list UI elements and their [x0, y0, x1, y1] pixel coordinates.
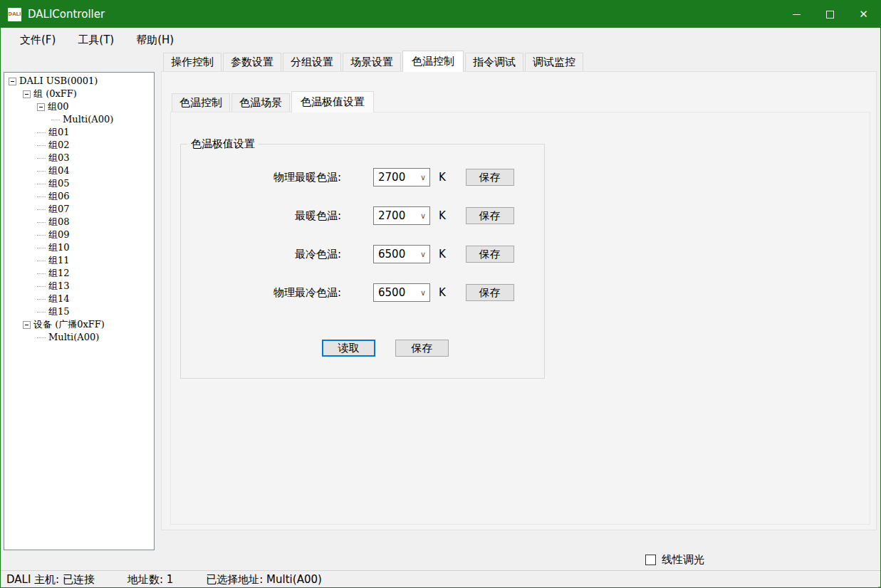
sub-tab-2[interactable]: 色温极值设置 [291, 91, 374, 112]
chevron-down-icon[interactable]: ∨ [417, 173, 429, 182]
main-tab-6[interactable]: 调试监控 [525, 53, 583, 72]
ct-row-1: 最暖色温:2700∨K保存 [181, 206, 514, 225]
app-icon: DALI [8, 8, 21, 21]
unit-label: K [439, 171, 446, 184]
main-tab-2[interactable]: 分组设置 [283, 53, 341, 72]
ct-value-combobox[interactable]: 6500∨ [373, 245, 430, 263]
sub-tab-0[interactable]: 色温控制 [172, 93, 230, 112]
row-save-button[interactable]: 保存 [466, 169, 514, 186]
tree-item-10[interactable]: 组07 [4, 203, 154, 216]
tree-item-17[interactable]: 组14 [4, 293, 154, 305]
unit-label: K [439, 286, 446, 299]
status-host-connection: DALI 主机: 已连接 [6, 573, 95, 587]
tree-item-11[interactable]: 组08 [4, 216, 154, 229]
main-tab-4[interactable]: 色温控制 [402, 51, 464, 72]
collapse-minus-icon[interactable] [37, 103, 45, 111]
tree-item-label: Multi(A00) [63, 113, 113, 126]
ct-value-combobox[interactable]: 6500∨ [373, 283, 430, 302]
tree-item-15[interactable]: 组12 [4, 267, 154, 280]
tree-connector-icon [37, 145, 46, 146]
linear-dimming-label: 线性调光 [662, 553, 704, 567]
tree-item-label: 组13 [48, 280, 70, 293]
menu-item-2[interactable]: 帮助(H) [127, 31, 183, 50]
tree-connector-icon [51, 120, 60, 120]
ct-value-combobox[interactable]: 2700∨ [373, 206, 430, 225]
linear-dimming-checkbox[interactable] [645, 555, 656, 565]
tree-item-4[interactable]: 组01 [4, 126, 154, 139]
tree-item-label: DALI USB(0001) [19, 75, 98, 88]
tree-item-label: 组06 [48, 190, 70, 203]
tree-item-9[interactable]: 组06 [4, 190, 154, 203]
row-save-button[interactable]: 保存 [466, 284, 514, 301]
window-controls: ✕ [780, 1, 880, 28]
tree-item-8[interactable]: 组05 [4, 177, 154, 190]
tree-item-label: 组12 [48, 267, 70, 280]
tree-connector-icon [37, 132, 46, 133]
collapse-minus-icon[interactable] [9, 78, 16, 85]
resize-grip-icon[interactable] [875, 584, 877, 586]
row-save-button[interactable]: 保存 [466, 246, 514, 263]
ct-row-2: 最冷色温:6500∨K保存 [181, 245, 514, 263]
tree-item-18[interactable]: 组15 [4, 305, 154, 318]
menu-item-1[interactable]: 工具(T) [68, 31, 123, 50]
ct-extremes-page: 色温极值设置 物理最暖色温:2700∨K保存最暖色温:2700∨K保存最冷色温:… [170, 112, 870, 525]
tree-item-label: 组 (0xFF) [33, 88, 77, 100]
tree-connector-icon [37, 248, 46, 248]
tree-item-1[interactable]: 组 (0xFF) [4, 88, 154, 100]
tree-item-label: 组11 [48, 254, 70, 267]
tree-connector-icon [37, 196, 46, 197]
tree-connector-icon [37, 209, 46, 210]
main-tab-3[interactable]: 场景设置 [343, 53, 401, 72]
combobox-value: 2700 [374, 209, 417, 222]
tree-item-6[interactable]: 组03 [4, 152, 154, 164]
ct-value-combobox[interactable]: 2700∨ [373, 168, 430, 187]
close-button[interactable]: ✕ [847, 1, 880, 28]
tree-item-label: 组07 [48, 203, 70, 216]
tree-item-label: 组04 [48, 164, 70, 177]
combobox-value: 2700 [374, 171, 417, 184]
tree-item-label: 组09 [48, 229, 70, 241]
tree-item-0[interactable]: DALI USB(0001) [4, 75, 154, 88]
groupbox-title: 色温极值设置 [187, 137, 259, 151]
read-button[interactable]: 读取 [322, 340, 375, 357]
tree-connector-icon [37, 299, 46, 300]
combobox-value: 6500 [374, 286, 417, 299]
main-tab-1[interactable]: 参数设置 [223, 53, 281, 72]
tree-item-19[interactable]: 设备 (广播0xFF) [4, 318, 154, 331]
status-address-count: 地址数: 1 [127, 573, 173, 587]
tree-item-13[interactable]: 组10 [4, 241, 154, 254]
maximize-icon [826, 11, 834, 19]
chevron-down-icon[interactable]: ∨ [417, 250, 429, 259]
minimize-button[interactable] [780, 1, 813, 28]
row-save-button[interactable]: 保存 [466, 207, 514, 224]
ct-row-label: 最冷色温: [181, 248, 341, 261]
tree-item-20[interactable]: Multi(A00) [4, 331, 154, 344]
status-selected-address: 已选择地址: Multi(A00) [206, 573, 322, 587]
collapse-minus-icon[interactable] [23, 321, 31, 329]
collapse-minus-icon[interactable] [23, 90, 31, 98]
ct-row-0: 物理最暖色温:2700∨K保存 [181, 168, 514, 187]
footer-row: 线性调光 [1, 550, 880, 570]
tree-item-label: 组10 [48, 241, 70, 254]
menu-item-0[interactable]: 文件(F) [11, 31, 65, 50]
app-window: DALI DALIController ✕ 文件(F)工具(T)帮助(H) DA… [0, 0, 881, 588]
chevron-down-icon[interactable]: ∨ [417, 211, 429, 221]
tree-item-7[interactable]: 组04 [4, 164, 154, 177]
tree-item-label: 组14 [48, 293, 70, 305]
main-tab-5[interactable]: 指令调试 [465, 53, 523, 72]
tree-item-14[interactable]: 组11 [4, 254, 154, 267]
main-tab-0[interactable]: 操作控制 [163, 53, 221, 72]
save-all-button[interactable]: 保存 [395, 340, 449, 357]
tree-item-12[interactable]: 组09 [4, 229, 154, 241]
tree-item-3[interactable]: Multi(A00) [4, 113, 154, 126]
tree-connector-icon [37, 286, 46, 287]
unit-label: K [439, 209, 446, 222]
tree-item-5[interactable]: 组02 [4, 139, 154, 152]
chevron-down-icon[interactable]: ∨ [417, 288, 429, 298]
sub-tab-1[interactable]: 色温场景 [231, 93, 290, 112]
ct-row-label: 物理最冷色温: [181, 286, 341, 300]
ct-row-label: 最暖色温: [181, 209, 341, 223]
tree-item-2[interactable]: 组00 [4, 100, 154, 113]
tree-item-16[interactable]: 组13 [4, 280, 154, 293]
maximize-button[interactable] [813, 1, 847, 28]
